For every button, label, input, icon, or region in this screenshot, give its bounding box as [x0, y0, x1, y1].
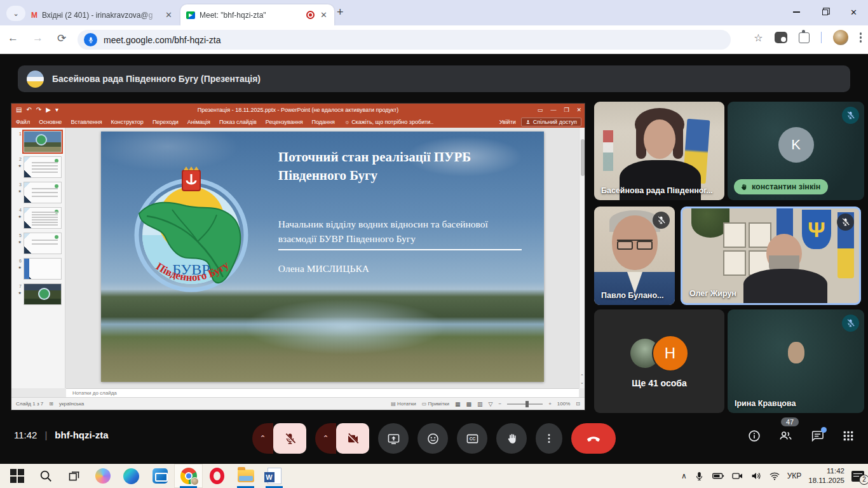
tray-mic-icon[interactable] — [694, 471, 705, 482]
participant-name: Павло Булано... — [601, 291, 663, 300]
ppt-language: українська — [59, 401, 84, 407]
participant-tile-basin-council[interactable]: Басейнова рада Південног... — [594, 102, 724, 200]
ppt-slide-thumbnails: 1 2★ 3★ 4★ 5★ — [11, 128, 65, 388]
mic-off-button[interactable] — [273, 423, 306, 454]
zoom-slider — [507, 403, 543, 405]
zoom-out-icon: − — [498, 401, 501, 407]
ribbon-display-icon: ▭ — [538, 104, 543, 116]
ppt-tab-file: Файл — [11, 119, 34, 125]
ppt-tab-review: Рецензування — [261, 119, 308, 125]
notification-icon[interactable]: 2 — [851, 471, 864, 482]
end-call-button[interactable] — [571, 423, 616, 454]
opera-icon[interactable] — [203, 464, 231, 488]
extensions-puzzle-icon[interactable] — [799, 32, 810, 43]
copilot-icon[interactable] — [88, 464, 117, 488]
forward-icon[interactable]: → — [32, 32, 43, 45]
slide-thumb-1: 1 — [15, 131, 65, 152]
certificate-frames — [723, 222, 771, 276]
participant-tile-konstantin[interactable]: K константин зінкін — [728, 102, 864, 200]
reactions-button[interactable] — [417, 423, 448, 454]
raise-hand-button[interactable] — [496, 423, 527, 454]
tab-meet[interactable]: Meet: "bhf-hqzi-zta" ✕ — [180, 4, 334, 25]
participant-name: Ірина Кравцова — [735, 399, 796, 408]
ppt-window-title: Презентація - 18.11.2025.pptx - PowerPoi… — [11, 104, 585, 116]
meet-icon — [186, 11, 195, 19]
participant-name: Басейнова рада Південног... — [601, 186, 713, 195]
bookmark-star-icon[interactable]: ☆ — [754, 32, 763, 44]
restore-window-button[interactable] — [811, 0, 839, 24]
tell-me-label: Скажіть, що потрібно зробити.. — [351, 119, 433, 125]
url-text: meet.google.com/bhf-hqzi-zta — [104, 35, 220, 45]
wifi-icon[interactable] — [769, 470, 780, 482]
slide-thumb-2: 2★ — [15, 156, 65, 178]
recording-indicator-icon — [306, 11, 315, 19]
ppt-vertical-scrollbar: ⌃⌄ — [579, 128, 585, 388]
mic-options-chevron[interactable]: ⌃ — [252, 423, 273, 454]
address-bar[interactable]: meet.google.com/bhf-hqzi-zta — [78, 30, 731, 50]
new-tab-button[interactable]: + — [337, 6, 344, 18]
start-button[interactable] — [3, 464, 31, 488]
presentation-header: Басейнова рада Південного Бугу (Презента… — [18, 65, 850, 92]
speaker-icon[interactable] — [750, 470, 762, 482]
activities-button[interactable] — [841, 429, 855, 443]
more-options-button[interactable] — [536, 423, 562, 454]
chat-button[interactable] — [810, 429, 824, 443]
profile-avatar[interactable] — [833, 30, 848, 45]
word-icon[interactable] — [260, 464, 288, 488]
window-controls: ✕ — [782, 0, 868, 24]
language-indicator[interactable]: УКР — [787, 471, 802, 480]
minimize-window-button[interactable] — [782, 0, 811, 24]
tab-gmail[interactable]: M Вхідні (2 401) - irinakravzova@g ✕ — [25, 4, 179, 25]
site-mic-permission-icon[interactable] — [84, 33, 97, 46]
participant-tile-iryna[interactable]: Ірина Кравцова — [728, 309, 864, 413]
normal-view-icon: ▦ — [455, 401, 461, 407]
close-tab-icon[interactable]: ✕ — [319, 10, 329, 20]
slide-title: Поточний стан реалізації ПУРБ Південного… — [278, 148, 535, 186]
edge-icon[interactable] — [117, 464, 146, 488]
ppt-ribbon-tabs: Файл Основне Вставлення Конструктор Пере… — [11, 116, 585, 128]
close-window-button[interactable]: ✕ — [839, 0, 868, 24]
mic-off-icon — [842, 107, 859, 124]
tray-chevron-icon[interactable]: ∧ — [681, 471, 687, 480]
overflow-participants-tile[interactable]: H Ще 41 особа — [594, 309, 724, 413]
slide-thumb-3: 3★ — [15, 182, 65, 203]
participant-tile-oleg-active-speaker[interactable]: Ψ Олег Жирун — [681, 207, 861, 305]
task-view-icon[interactable] — [60, 464, 88, 488]
participants-button[interactable]: 47 — [778, 428, 793, 443]
accessibility-icon: ⊞ — [49, 401, 53, 407]
participant-tile-pavlo[interactable]: Павло Булано... — [594, 207, 675, 305]
windows-taskbar: ∧ УКР 11:4218.11.2025 2 — [0, 464, 868, 488]
divider — [821, 32, 822, 43]
slide-thumb-5: 5★ — [15, 233, 65, 254]
search-icon[interactable] — [31, 464, 60, 488]
meet-control-bar: 11:42 | bhf-hqzi-zta ⌃ ⌃ — [0, 413, 868, 464]
shared-screen-powerpoint: ▤ ↶ ↷ ▶ ▾ Презентація - 18.11.2025.pptx … — [11, 104, 585, 410]
present-button[interactable] — [378, 423, 409, 454]
camera-options-chevron[interactable]: ⌃ — [315, 423, 336, 454]
notes-toggle-icon: ▤ — [391, 401, 396, 407]
captions-button[interactable] — [457, 423, 487, 454]
system-clock[interactable]: 11:4218.11.2025 — [808, 466, 844, 485]
browser-tab-strip: ⌄ M Вхідні (2 401) - irinakravzova@g ✕ M… — [0, 0, 868, 25]
ppt-tab-home: Основне — [34, 119, 66, 125]
slide-subtitle: Начальник відділу водних відносин та бас… — [278, 217, 522, 251]
participant-initial-avatar: H — [652, 335, 689, 372]
tab-gmail-label: Вхідні (2 401) - irinakravzova@g — [42, 11, 159, 20]
reload-icon[interactable]: ⟳ — [57, 32, 66, 45]
close-tab-icon[interactable]: ✕ — [164, 10, 173, 20]
extension-icon[interactable] — [775, 32, 787, 43]
camera-icon[interactable] — [731, 470, 743, 482]
ppt-minimize-icon: — — [550, 104, 556, 116]
camera-off-button[interactable] — [336, 423, 369, 454]
meeting-details-button[interactable] — [747, 429, 761, 443]
file-explorer-icon[interactable] — [231, 464, 260, 488]
tab-search-button[interactable]: ⌄ — [6, 6, 25, 21]
chrome-menu-icon[interactable] — [860, 32, 862, 43]
back-icon[interactable]: ← — [8, 32, 18, 45]
presenter-avatar — [27, 71, 44, 88]
ppt-slide-counter: Слайд 1 з 7 — [16, 401, 43, 407]
outlook-icon[interactable] — [146, 464, 174, 488]
current-slide: Поточний стан реалізації ПУРБ Південного… — [101, 132, 544, 382]
battery-icon[interactable] — [712, 470, 724, 482]
chrome-icon[interactable] — [174, 464, 203, 488]
